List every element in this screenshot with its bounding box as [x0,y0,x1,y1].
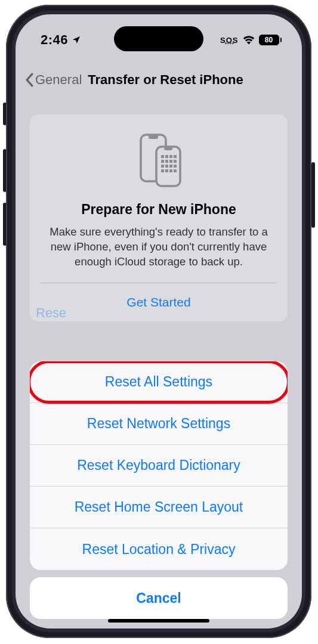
home-indicator[interactable] [108,619,209,623]
reset-location-privacy-button[interactable]: Reset Location & Privacy [30,528,288,570]
sheet-item-label: Reset Home Screen Layout [75,499,243,515]
sheet-item-label: Reset Network Settings [87,416,230,432]
svg-rect-15 [174,165,177,168]
cellular-dots-icon [225,42,234,44]
svg-rect-19 [174,169,177,172]
back-label: General [35,72,82,88]
reset-keyboard-dictionary-button[interactable]: Reset Keyboard Dictionary [30,445,288,487]
svg-rect-13 [165,165,168,168]
screen: 2:46 SOS 80 [16,14,302,628]
status-bar: 2:46 SOS 80 [16,14,302,55]
action-sheet: Reset All Settings Reset Network Setting… [30,361,288,619]
svg-rect-4 [161,155,164,158]
prepare-card: Prepare for New iPhone Make sure everyth… [30,114,288,321]
reset-options-group: Reset All Settings Reset Network Setting… [30,361,288,570]
svg-rect-12 [161,165,164,168]
battery-icon: 80 [259,35,282,45]
sheet-item-label: Reset All Settings [105,374,212,390]
phone-frame: 2:46 SOS 80 [6,5,311,638]
svg-rect-1 [149,135,158,139]
svg-rect-14 [169,165,172,168]
devices-icon [41,130,277,190]
svg-rect-7 [174,155,177,158]
reset-network-settings-button[interactable]: Reset Network Settings [30,403,288,445]
svg-rect-5 [165,155,168,158]
svg-rect-17 [165,169,168,172]
cancel-button[interactable]: Cancel [30,577,288,619]
page-title: Transfer or Reset iPhone [88,72,243,88]
reset-home-screen-layout-button[interactable]: Reset Home Screen Layout [30,487,288,528]
reset-all-settings-button[interactable]: Reset All Settings [30,361,288,403]
svg-rect-9 [165,160,168,163]
prepare-description: Make sure everything's ready to transfer… [41,225,277,283]
svg-rect-16 [161,169,164,172]
get-started-button[interactable]: Get Started [41,283,277,321]
svg-rect-18 [169,169,172,172]
battery-percentage: 80 [265,36,273,44]
navigation-bar: General Transfer or Reset iPhone [16,66,302,94]
svg-rect-10 [169,160,172,163]
wifi-icon [243,35,255,45]
back-button[interactable]: General [25,72,82,88]
sheet-item-label: Reset Keyboard Dictionary [77,457,240,473]
prepare-title: Prepare for New iPhone [41,202,277,218]
power-button [311,162,315,228]
status-time: 2:46 [41,32,68,48]
sheet-item-label: Reset Location & Privacy [82,541,236,558]
reset-row[interactable]: Reset [36,305,66,321]
svg-rect-6 [169,155,172,158]
svg-rect-8 [161,160,164,163]
chevron-left-icon [25,73,34,87]
svg-rect-11 [174,160,177,163]
svg-rect-3 [164,147,172,150]
location-icon [72,35,81,45]
